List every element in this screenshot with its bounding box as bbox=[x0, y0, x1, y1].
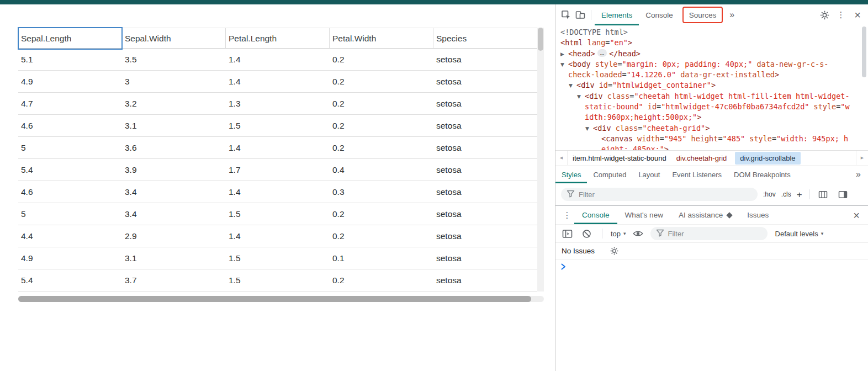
table-row[interactable]: 5.43.91.70.4setosa bbox=[18, 159, 544, 181]
table-cell: 1.5 bbox=[226, 269, 330, 291]
tab-layout[interactable]: Layout bbox=[632, 166, 666, 183]
table-row[interactable]: 5.13.51.40.2setosa bbox=[18, 49, 544, 71]
code-line[interactable]: ▶<head>…</head> bbox=[555, 49, 868, 59]
settings-gear-icon[interactable] bbox=[817, 8, 832, 22]
tree-expand-arrow-icon[interactable]: ▼ bbox=[569, 81, 576, 91]
table-cell: 3.1 bbox=[122, 247, 226, 269]
close-devtools-icon[interactable] bbox=[850, 8, 865, 22]
vertical-scroll-thumb[interactable] bbox=[538, 28, 543, 51]
styles-filter-input[interactable]: Filter bbox=[561, 188, 758, 201]
clear-console-icon[interactable] bbox=[579, 226, 594, 241]
close-drawer-icon[interactable] bbox=[849, 208, 864, 222]
breadcrumb-item-item-html-widget-static-bound[interactable]: item.html-widget-static-bound bbox=[573, 154, 666, 162]
table-cell: 3.6 bbox=[122, 137, 226, 158]
table-cell: 0.1 bbox=[330, 247, 433, 269]
breadcrumb-item-div-grid-scrollable[interactable]: div.grid-scrollable bbox=[735, 152, 800, 165]
inspect-element-icon[interactable] bbox=[559, 8, 573, 22]
table-cell: 1.5 bbox=[226, 115, 330, 136]
code-line[interactable]: <canvas width="945" height="485" style="… bbox=[555, 134, 868, 144]
toggle-element-classes-button[interactable]: .cls bbox=[781, 190, 791, 198]
table-cell: setosa bbox=[433, 137, 537, 158]
table-cell: setosa bbox=[433, 71, 537, 92]
table-vertical-scrollbar[interactable] bbox=[537, 28, 544, 292]
drawer-tab-issues[interactable]: Issues bbox=[739, 206, 776, 224]
table-row[interactable]: 4.931.40.2setosa bbox=[18, 71, 544, 93]
table-body: 5.13.51.40.2setosa4.931.40.2setosa4.73.2… bbox=[18, 49, 544, 292]
table-row[interactable]: 5.43.71.50.2setosa bbox=[18, 269, 544, 292]
tab-sources[interactable]: Sources bbox=[682, 7, 723, 23]
column-header-species[interactable]: Species bbox=[433, 28, 537, 48]
drawer-tab-console[interactable]: Console bbox=[574, 206, 617, 224]
tree-expand-arrow-icon[interactable]: ▼ bbox=[577, 92, 585, 102]
table-row[interactable]: 4.42.91.40.2setosa bbox=[18, 225, 544, 247]
drawer-kebab-menu-icon[interactable] bbox=[560, 208, 574, 222]
breadcrumb-item-div-cheetah-grid[interactable]: div.cheetah-grid bbox=[676, 154, 727, 162]
code-line[interactable]: ▼<div class="cheetah html-widget html-fi… bbox=[555, 91, 868, 102]
rendering-emulation-icon[interactable] bbox=[816, 187, 830, 202]
console-settings-gear-icon[interactable] bbox=[607, 244, 621, 258]
breadcrumb-items: item.html-widget-static-bounddiv.cheetah… bbox=[568, 152, 804, 165]
console-prompt[interactable] bbox=[555, 259, 868, 274]
kebab-menu-icon[interactable] bbox=[834, 8, 848, 22]
code-line[interactable]: eight: 485px;"> bbox=[555, 144, 868, 150]
column-header-petal-width[interactable]: Petal.Width bbox=[330, 28, 433, 48]
tab-dom-breakpoints[interactable]: DOM Breakpoints bbox=[728, 166, 797, 183]
table-row[interactable]: 53.41.50.2setosa bbox=[18, 203, 544, 225]
code-line[interactable]: <!DOCTYPE html> bbox=[555, 27, 868, 38]
table-row[interactable]: 4.73.21.30.2setosa bbox=[18, 93, 544, 115]
table-cell: 1.7 bbox=[226, 159, 330, 181]
tab-elements[interactable]: Elements bbox=[595, 4, 639, 25]
context-selector-dropdown[interactable]: top bbox=[611, 230, 626, 238]
table-row[interactable]: 4.93.11.50.1setosa bbox=[18, 247, 544, 269]
table-cell: 4.9 bbox=[18, 247, 122, 269]
table-cell: setosa bbox=[433, 225, 537, 247]
computed-sidebar-panel-icon[interactable] bbox=[836, 187, 850, 202]
code-line[interactable]: <html lang="en"> bbox=[555, 38, 868, 48]
table-horizontal-scrollbar[interactable] bbox=[18, 296, 544, 302]
tab-styles[interactable]: Styles bbox=[555, 166, 587, 183]
breadcrumb-scroll-left-icon[interactable] bbox=[555, 151, 568, 165]
log-levels-dropdown[interactable]: Default levels bbox=[775, 230, 824, 238]
table-cell: 1.5 bbox=[226, 247, 330, 269]
code-line[interactable]: check-loaded="14.1226.0" data-gr-ext-ins… bbox=[555, 70, 868, 80]
console-sidebar-icon[interactable] bbox=[560, 226, 574, 241]
table-row[interactable]: 4.63.41.40.3setosa bbox=[18, 181, 544, 203]
table-cell: 0.4 bbox=[330, 159, 433, 181]
tab-computed[interactable]: Computed bbox=[587, 166, 632, 183]
device-toolbar-icon[interactable] bbox=[573, 8, 588, 22]
console-filter-input[interactable]: Filter bbox=[650, 227, 768, 240]
elements-scrollbar-thumb[interactable] bbox=[862, 26, 866, 77]
console-filter-placeholder: Filter bbox=[668, 230, 684, 238]
drawer-tab-ai-assistance[interactable]: AI assistance bbox=[671, 206, 739, 224]
tree-expand-arrow-icon[interactable]: ▼ bbox=[560, 60, 568, 70]
code-line[interactable]: static-bound" id="htmlwidget-47c06bf0ba6… bbox=[555, 102, 868, 112]
tab-event-listeners[interactable]: Event Listeners bbox=[666, 166, 728, 183]
iris-data-grid[interactable]: Sepal.LengthSepal.WidthPetal.LengthPetal… bbox=[18, 28, 544, 292]
tree-expand-arrow-icon[interactable]: ▶ bbox=[560, 49, 568, 59]
styles-filter-placeholder: Filter bbox=[579, 190, 595, 199]
more-tabs-icon[interactable] bbox=[726, 10, 738, 20]
code-line[interactable]: ▼<body style="margin: 0px; padding: 40px… bbox=[555, 59, 868, 70]
horizontal-scroll-thumb[interactable] bbox=[18, 296, 531, 302]
table-cell: 3.7 bbox=[122, 269, 226, 291]
drawer-tab-what-s-new[interactable]: What's new bbox=[617, 206, 671, 224]
tab-console[interactable]: Console bbox=[639, 4, 680, 25]
styles-more-tabs-icon[interactable] bbox=[852, 169, 865, 179]
tree-expand-arrow-icon[interactable]: ▼ bbox=[585, 124, 593, 134]
toggle-hover-state-button[interactable]: :hov bbox=[763, 190, 776, 198]
code-line[interactable]: ▼<div id="htmlwidget_container"> bbox=[555, 80, 868, 91]
table-cell: 0.2 bbox=[330, 49, 433, 70]
console-drawer: ConsoleWhat's newAI assistanceIssues top bbox=[555, 205, 868, 371]
new-style-rule-button[interactable]: + bbox=[797, 190, 802, 199]
table-row[interactable]: 4.63.11.50.2setosa bbox=[18, 115, 544, 137]
column-header-sepal-width[interactable]: Sepal.Width bbox=[122, 28, 226, 48]
devtools-toolbar-right bbox=[817, 8, 865, 22]
code-line[interactable]: ▼<div class="cheetah-grid"> bbox=[555, 123, 868, 134]
live-expression-eye-icon[interactable] bbox=[631, 226, 645, 241]
table-row[interactable]: 53.61.40.2setosa bbox=[18, 137, 544, 159]
column-header-petal-length[interactable]: Petal.Length bbox=[226, 28, 330, 48]
console-prompt-chevron-icon bbox=[561, 263, 566, 270]
breadcrumb-scroll-right-icon[interactable] bbox=[856, 151, 868, 165]
code-line[interactable]: idth:960px;height:500px;"> bbox=[555, 112, 868, 123]
column-header-sepal-length[interactable]: Sepal.Length bbox=[18, 28, 122, 48]
